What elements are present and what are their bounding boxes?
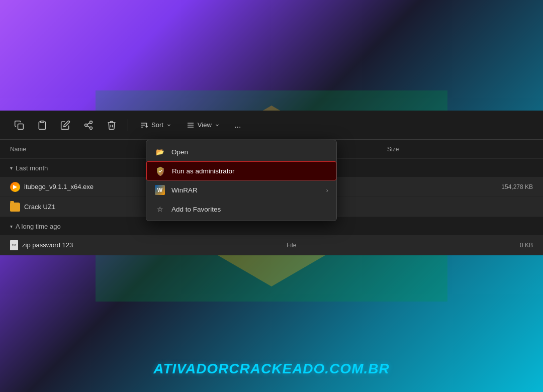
winrar-arrow-icon: › [326, 186, 329, 194]
sort-button[interactable]: Sort [135, 118, 176, 132]
open-icon: 📂 [154, 146, 165, 157]
column-name-header: Name [0, 146, 166, 153]
share-icon[interactable] [79, 116, 98, 134]
context-menu-open[interactable]: 📂 Open [146, 142, 336, 161]
brand-watermark: ATIVADORCRACKEADO.COM.BR [0, 361, 543, 377]
view-icon [187, 121, 195, 129]
file-name-zippassword: zip password 123 [22, 241, 73, 249]
svg-rect-5 [41, 121, 44, 122]
delete-icon[interactable] [103, 116, 121, 134]
file-name-itubego: itubego_v9.1.1_x64.exe [24, 183, 94, 190]
group-chevron-icon: ▾ [10, 165, 13, 171]
svg-line-9 [87, 126, 90, 127]
toolbar-separator [128, 119, 128, 131]
file-explorer: Sort View ... Name Date modified [0, 111, 543, 255]
shield-icon [155, 165, 166, 176]
svg-line-10 [87, 123, 90, 124]
text-file-icon: txt [10, 240, 18, 250]
svg-rect-4 [18, 124, 24, 129]
file-type-zippassword: File [287, 242, 387, 249]
view-label: View [198, 121, 212, 129]
context-menu: 📂 Open Run as administrator [146, 140, 337, 221]
more-button[interactable]: ... [230, 117, 246, 133]
column-size-header: Size [387, 146, 543, 153]
rename-icon[interactable] [56, 116, 74, 134]
group-label-long-ago: A long time ago [16, 223, 61, 230]
svg-point-8 [90, 127, 93, 129]
context-run-admin-label: Run as administrator [172, 167, 235, 175]
itubego-icon: ▶ [10, 182, 20, 192]
file-name-crackuz1: Crack UZ1 [24, 203, 55, 211]
sort-label: Sort [151, 121, 163, 129]
toolbar: Sort View ... [0, 111, 543, 140]
winrar-icon: W [154, 184, 165, 195]
more-label: ... [234, 121, 241, 130]
file-size-itubego: 154,278 KB [387, 183, 543, 190]
svg-point-6 [90, 121, 93, 123]
context-winrar-label: WinRAR [171, 186, 198, 194]
copy-icon[interactable] [10, 116, 28, 134]
context-menu-winrar[interactable]: W WinRAR › [146, 180, 336, 200]
file-row-zippassword[interactable]: txt zip password 123 File 0 KB [0, 235, 543, 255]
group-label-last-month: Last month [16, 164, 48, 172]
folder-icon [10, 203, 20, 212]
svg-point-7 [85, 124, 87, 126]
context-menu-run-as-admin[interactable]: Run as administrator [146, 161, 336, 180]
paste-icon[interactable] [33, 116, 51, 134]
file-size-zippassword: 0 KB [387, 242, 543, 249]
context-menu-add-favorites[interactable]: ☆ Add to Favorites [146, 200, 336, 219]
group-chevron-long-ago-icon: ▾ [10, 224, 13, 229]
sort-chevron-icon [166, 123, 171, 128]
context-open-label: Open [171, 148, 188, 156]
star-icon: ☆ [154, 204, 165, 215]
view-button[interactable]: View [182, 118, 225, 132]
view-chevron-icon [215, 123, 220, 128]
context-add-favorites-label: Add to Favorites [171, 206, 221, 213]
